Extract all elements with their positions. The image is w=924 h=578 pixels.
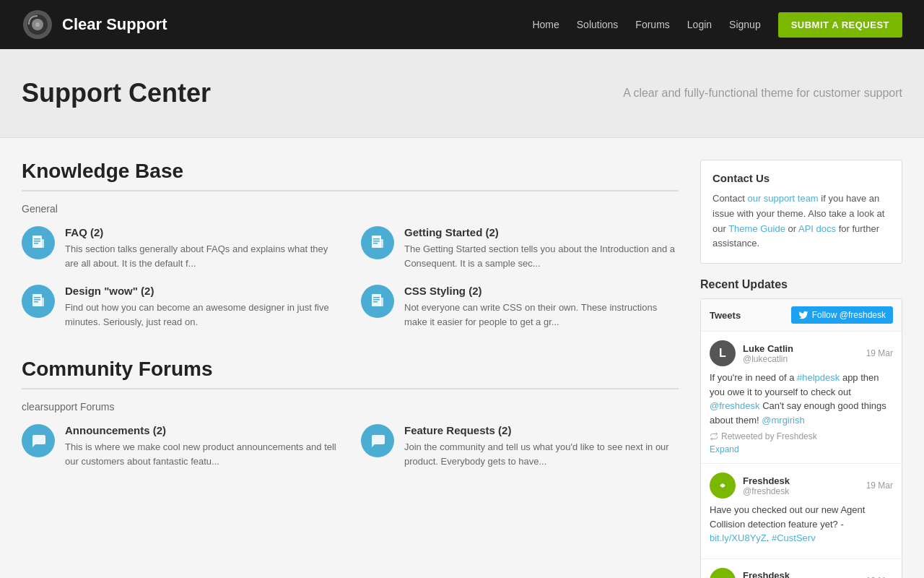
forum-item: Announcements (2) This is where we make … bbox=[22, 424, 339, 468]
tweets-card: Tweets Follow @freshdesk L Luke Catlin @… bbox=[700, 298, 902, 578]
expand-link[interactable]: Expand bbox=[710, 444, 893, 454]
tweet-handle: @lukecatlin bbox=[743, 354, 859, 364]
tweet-user-row: Freshdesk @freshdesk 19 Mar bbox=[710, 568, 893, 578]
kb-item-desc: Not everyone can write CSS on their own.… bbox=[404, 301, 679, 329]
forum-item-desc: Join the community and tell us what you'… bbox=[404, 440, 679, 468]
nav-forums[interactable]: Forums bbox=[635, 19, 669, 30]
kb-item-content: CSS Styling (2) Not everyone can write C… bbox=[404, 285, 679, 329]
kb-subsection: General bbox=[22, 203, 679, 215]
kb-item-title[interactable]: Getting Started (2) bbox=[404, 226, 679, 238]
svg-rect-8 bbox=[40, 239, 44, 248]
kb-item-title[interactable]: FAQ (2) bbox=[65, 226, 339, 238]
svg-point-3 bbox=[35, 22, 40, 27]
kb-icon-getting-started bbox=[361, 226, 394, 259]
tweet-date: 19 Mar bbox=[866, 348, 893, 358]
svg-rect-17 bbox=[34, 301, 38, 303]
nav-login[interactable]: Login bbox=[687, 19, 712, 30]
tweet-avatar bbox=[710, 568, 736, 578]
forums-subsection: clearsupport Forums bbox=[22, 401, 679, 413]
recent-updates-title: Recent Updates bbox=[700, 278, 902, 291]
contact-us-title: Contact Us bbox=[712, 172, 890, 184]
kb-title: Knowledge Base bbox=[22, 160, 679, 183]
tweet-name: Luke Catlin bbox=[743, 343, 859, 354]
hashtag-custserv[interactable]: #CustServ bbox=[772, 532, 816, 543]
logo-text: Clear Support bbox=[62, 15, 167, 34]
tweet-user-row: L Luke Catlin @lukecatlin 19 Mar bbox=[710, 340, 893, 366]
community-forums-section: Community Forums clearsupport Forums Ann… bbox=[22, 358, 679, 468]
kb-item: FAQ (2) This section talks generally abo… bbox=[22, 226, 339, 270]
mention-mrgirish[interactable]: @mrgirish bbox=[762, 415, 804, 426]
kb-icon-design bbox=[22, 285, 55, 318]
tweet-retweet: Retweeted by Freshdesk bbox=[710, 431, 893, 441]
nav-home[interactable]: Home bbox=[532, 19, 559, 30]
kb-item-content: Getting Started (2) The Getting Started … bbox=[404, 226, 679, 270]
retweet-label: Retweeted by Freshdesk bbox=[721, 431, 817, 441]
kb-item-content: FAQ (2) This section talks generally abo… bbox=[65, 226, 339, 270]
tweet-text: Have you checked out our new Agent Colli… bbox=[710, 503, 893, 545]
svg-rect-7 bbox=[34, 243, 38, 244]
kb-icon-css bbox=[361, 285, 394, 318]
recent-updates-section: Recent Updates Tweets Follow @freshdesk … bbox=[700, 278, 902, 578]
kb-item: Design "wow" (2) Find out how you can be… bbox=[22, 285, 339, 329]
hashtag-helpdesk[interactable]: #helpdesk bbox=[797, 372, 840, 383]
nav-solutions[interactable]: Solutions bbox=[577, 19, 619, 30]
logo-area: Clear Support bbox=[22, 9, 532, 40]
nav-signup[interactable]: Signup bbox=[729, 19, 761, 30]
forum-icon-announcements bbox=[22, 424, 55, 457]
kb-item: Getting Started (2) The Getting Started … bbox=[361, 226, 679, 270]
kb-grid: FAQ (2) This section talks generally abo… bbox=[22, 226, 679, 329]
tweet-avatar: L bbox=[710, 340, 736, 366]
api-docs-link[interactable]: API docs bbox=[798, 223, 836, 234]
hero-subtitle: A clear and fully-functional theme for c… bbox=[462, 87, 902, 100]
tweet-item: L Luke Catlin @lukecatlin 19 Mar If you'… bbox=[701, 332, 902, 464]
kb-item-title[interactable]: CSS Styling (2) bbox=[404, 285, 679, 297]
kb-item-desc: The Getting Started section tells you ab… bbox=[404, 242, 679, 270]
kb-item-desc: This section talks generally about FAQs … bbox=[65, 242, 339, 270]
mention-freshdesk[interactable]: @freshdesk bbox=[710, 400, 760, 411]
forums-divider bbox=[22, 388, 679, 389]
logo-icon bbox=[22, 9, 53, 40]
kb-divider bbox=[22, 190, 679, 191]
tweet-user-info: Freshdesk @freshdesk bbox=[743, 475, 859, 496]
theme-guide-link[interactable]: Theme Guide bbox=[728, 223, 785, 234]
contact-us-card: Contact Us Contact our support team if y… bbox=[700, 160, 902, 264]
sidebar: Contact Us Contact our support team if y… bbox=[700, 160, 902, 578]
support-team-link[interactable]: our support team bbox=[747, 193, 818, 204]
forum-item-desc: This is where we make cool new product a… bbox=[65, 440, 339, 468]
forum-item-title[interactable]: Feature Requests (2) bbox=[404, 424, 679, 436]
forum-item-title[interactable]: Announcements (2) bbox=[65, 424, 339, 436]
submit-request-button[interactable]: SUBMIT A REQUEST bbox=[778, 12, 902, 38]
tweet-date: 19 Mar bbox=[866, 480, 893, 491]
kb-icon-faq bbox=[22, 226, 55, 259]
tweet-item: Freshdesk @freshdesk 19 Mar Have you che… bbox=[701, 464, 902, 559]
kb-item-title[interactable]: Design "wow" (2) bbox=[65, 285, 339, 297]
forum-item-content: Announcements (2) This is where we make … bbox=[65, 424, 339, 468]
kb-item-content: Design "wow" (2) Find out how you can be… bbox=[65, 285, 339, 329]
contact-us-text: Contact our support team if you have an … bbox=[712, 191, 890, 251]
svg-rect-23 bbox=[380, 298, 383, 306]
forum-item-content: Feature Requests (2) Join the community … bbox=[404, 424, 679, 468]
svg-rect-16 bbox=[34, 299, 40, 301]
knowledge-base-section: Knowledge Base General FAQ (2) This sect… bbox=[22, 160, 679, 329]
tweet-text: If you're in need of a #helpdesk app the… bbox=[710, 371, 893, 427]
svg-rect-10 bbox=[373, 238, 380, 240]
tweet-user-info: Luke Catlin @lukecatlin bbox=[743, 343, 859, 364]
tweet-url[interactable]: bit.ly/XU8YyZ bbox=[710, 532, 767, 543]
forum-item: Feature Requests (2) Join the community … bbox=[361, 424, 679, 468]
svg-rect-21 bbox=[373, 299, 380, 301]
tweet-avatar bbox=[710, 473, 736, 499]
kb-item: CSS Styling (2) Not everyone can write C… bbox=[361, 285, 679, 329]
forum-icon-features bbox=[361, 424, 394, 457]
svg-rect-22 bbox=[373, 301, 378, 303]
tweet-name: Freshdesk bbox=[743, 570, 859, 578]
tweets-label: Tweets bbox=[710, 310, 741, 321]
svg-rect-20 bbox=[373, 297, 380, 298]
site-header: Clear Support Home Solutions Forums Logi… bbox=[0, 0, 924, 49]
tweets-header: Tweets Follow @freshdesk bbox=[701, 299, 902, 332]
tweet-user-row: Freshdesk @freshdesk 19 Mar bbox=[710, 473, 893, 499]
kb-item-desc: Find out how you can become an awesome d… bbox=[65, 301, 339, 329]
forums-title: Community Forums bbox=[22, 358, 679, 381]
svg-rect-12 bbox=[373, 243, 378, 244]
follow-button[interactable]: Follow @freshdesk bbox=[791, 306, 893, 324]
svg-rect-13 bbox=[380, 239, 383, 248]
